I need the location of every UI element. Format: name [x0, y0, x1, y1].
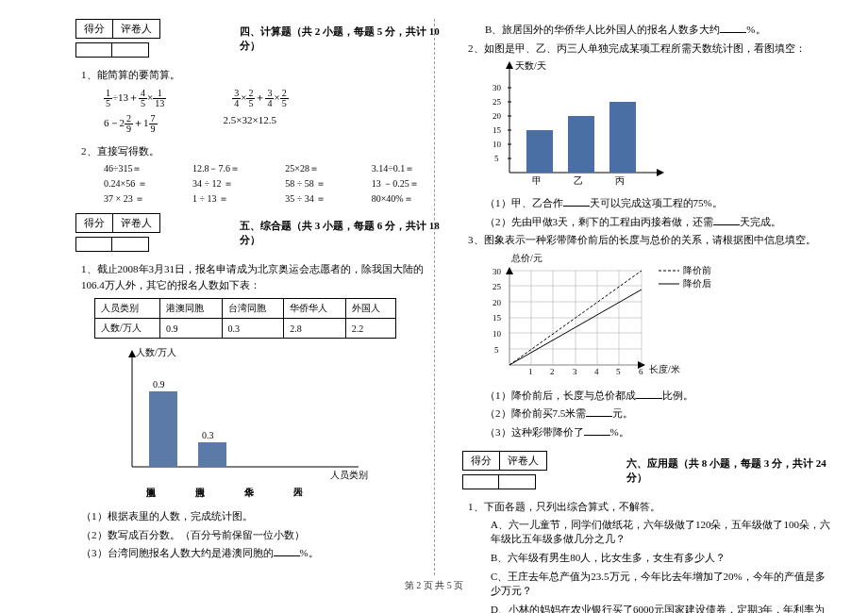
svg-marker-1: [128, 350, 136, 357]
svg-marker-12: [506, 61, 513, 69]
column-divider: [434, 19, 435, 575]
s6-q1: 1、下面各题，只列出综合算式，不解答。: [468, 499, 830, 515]
svg-rect-28: [526, 130, 553, 173]
svg-text:0.9: 0.9: [153, 379, 165, 389]
s5-sub2: （2）数写成百分数。（百分号前保留一位小数）: [81, 527, 443, 543]
svg-text:乙: 乙: [574, 175, 583, 186]
s5-q3s2: （2）降价前买7.5米需元。: [485, 406, 830, 422]
s5-q2: 2、如图是甲、乙、丙三人单独完成某项工程所需天数统计图，看图填空：: [468, 41, 830, 57]
svg-text:25: 25: [492, 97, 502, 107]
svg-text:丙: 丙: [615, 175, 625, 186]
section-6-header: 得分 评卷人 六、应用题（共 8 小题，每题 3 分，共计 24 分）: [462, 451, 830, 493]
s5-rightB: B、旅居国外的华侨华人比外国人的报名人数多大约%。: [485, 22, 830, 38]
s5-sub3: （3）台湾同胞报名人数大约是港澳同胞的%。: [81, 545, 443, 561]
svg-text:10: 10: [492, 140, 502, 149]
s5-q3s1: （1）降价前后，长度与总价都成比例。: [485, 388, 830, 404]
svg-text:长度/米: 长度/米: [649, 364, 680, 374]
table-row: 人数/万人 0.9 0.3 2.8 2.2: [95, 319, 396, 339]
svg-text:降价前: 降价前: [683, 265, 711, 275]
section-4-title: 四、计算题（共 2 小题，每题 5 分，共计 10 分）: [240, 19, 443, 53]
score-box-4-blank: [75, 42, 149, 58]
svg-text:华侨华人: 华侨华人: [244, 488, 254, 498]
expr-1a: 15÷13＋45×113: [104, 89, 166, 108]
svg-rect-5: [198, 442, 226, 467]
expr-1b: 34×25＋34×25: [232, 89, 288, 108]
chart1-xlabel: 人员类别: [330, 470, 368, 480]
svg-text:6: 6: [639, 367, 643, 376]
svg-text:0.3: 0.3: [202, 430, 214, 440]
s5-sub1: （1）根据表里的人数，完成统计图。: [81, 508, 443, 524]
svg-text:甲: 甲: [532, 175, 542, 186]
svg-text:2: 2: [550, 367, 555, 376]
left-column: 得分 评卷人 四、计算题（共 2 小题，每题 5 分，共计 10 分） 1、能简…: [75, 19, 443, 566]
svg-text:30: 30: [492, 267, 502, 276]
chart-1: 人数/万人 人员类别 0.9 0.3 港澳同胞 台湾同胞 华侨华人 外国人: [94, 344, 377, 505]
expr-2a: 6－229＋179: [104, 114, 158, 134]
svg-text:15: 15: [492, 125, 502, 135]
section-6-title: 六、应用题（共 8 小题，每题 3 分，共计 24 分）: [626, 451, 830, 485]
svg-text:15: 15: [492, 313, 502, 323]
svg-text:5: 5: [616, 367, 621, 376]
svg-text:20: 20: [492, 111, 502, 121]
s6-qA: A、六一儿童节，同学们做纸花，六年级做了120朵，五年级做了100朵，六年级比五…: [491, 518, 830, 546]
s5-q1: 1、截止2008年3月31日，报名申请成为北京奥运会志愿者的，除我国大陆的106…: [81, 261, 443, 292]
expr-row-1: 15÷13＋45×113 34×25＋34×25: [104, 89, 443, 108]
svg-text:外国人: 外国人: [293, 488, 303, 497]
chart-3: 总价/元 5 10 15 20 25: [481, 252, 736, 384]
svg-text:港澳同胞: 港澳同胞: [146, 488, 156, 498]
calc-grid: 46÷315＝ 12.8－7.6＝ 25×28＝ 3.14÷0.1＝ 0.24×…: [104, 162, 443, 206]
svg-rect-30: [609, 102, 636, 173]
svg-text:20: 20: [492, 298, 502, 307]
table-row: 人员类别 港澳同胞 台湾同胞 华侨华人 外国人: [95, 299, 396, 319]
svg-text:5: 5: [494, 345, 499, 355]
svg-text:总价/元: 总价/元: [510, 253, 542, 263]
expr-2b: 2.5×32×12.5: [224, 114, 276, 134]
score-box-5-blank: [75, 237, 149, 252]
section-5-title: 五、综合题（共 3 小题，每题 6 分，共计 18 分）: [240, 213, 443, 247]
score-box-6-blank: [462, 474, 536, 489]
grader-label: 评卷人: [113, 20, 159, 38]
svg-text:10: 10: [492, 329, 502, 339]
svg-text:30: 30: [492, 83, 502, 92]
svg-text:降价后: 降价后: [683, 278, 711, 289]
blank[interactable]: [636, 389, 662, 399]
s6-qC: C、王庄去年总产值为23.5万元，今年比去年增加了20%，今年的产值是多少万元？: [491, 570, 830, 598]
chart1-ylabel: 人数/万人: [136, 347, 176, 357]
score-box-6: 得分 评卷人: [462, 451, 547, 471]
blank[interactable]: [274, 546, 300, 556]
score-box-5: 得分 评卷人: [75, 213, 160, 233]
blank[interactable]: [720, 23, 746, 33]
svg-rect-3: [149, 391, 177, 467]
svg-text:4: 4: [594, 367, 599, 376]
s4-q1: 1、能简算的要简算。: [81, 67, 443, 83]
svg-text:1: 1: [528, 367, 533, 376]
svg-text:天数/天: 天数/天: [515, 60, 546, 71]
chart-2: 天数/天 5 10 15 20 25 30 甲 乙 丙: [481, 59, 670, 191]
score-label: 得分: [76, 20, 113, 38]
svg-text:25: 25: [492, 282, 502, 291]
svg-text:5: 5: [494, 154, 499, 163]
section-5-header: 得分 评卷人 五、综合题（共 3 小题，每题 6 分，共计 18 分）: [75, 213, 443, 256]
blank[interactable]: [563, 196, 590, 207]
svg-marker-14: [657, 169, 664, 176]
right-column: B、旅居国外的华侨华人比外国人的报名人数多大约%。 2、如图是甲、乙、丙三人单独…: [462, 19, 830, 566]
blank[interactable]: [713, 215, 740, 225]
svg-rect-29: [568, 116, 594, 173]
blank[interactable]: [586, 406, 612, 417]
s6-qD: D、小林的妈妈在农业银行买了6000元国家建设债券，定期3年，年利率为2.89%…: [491, 603, 830, 614]
s5-q2s2: （2）先由甲做3天，剩下的工程由丙接着做，还需天完成。: [485, 214, 830, 230]
s6-qB: B、六年级有男生80人，比女生多，女生有多少人？: [491, 551, 830, 565]
score-box-4: 得分 评卷人: [75, 19, 160, 39]
svg-text:台湾同胞: 台湾同胞: [195, 488, 205, 498]
expr-row-2: 6－229＋179 2.5×32×12.5: [104, 114, 443, 134]
section-4-header: 得分 评卷人 四、计算题（共 2 小题，每题 5 分，共计 10 分）: [75, 19, 443, 61]
s5-q3s3: （3）这种彩带降价了%。: [485, 424, 830, 440]
s5-q2s1: （1）甲、乙合作天可以完成这项工程的75%。: [485, 195, 830, 211]
data-table: 人员类别 港澳同胞 台湾同胞 华侨华人 外国人 人数/万人 0.9 0.3 2.…: [94, 298, 396, 339]
s5-q3: 3、图象表示一种彩带降价前后的长度与总价的关系，请根据图中信息填空。: [468, 232, 830, 248]
svg-text:3: 3: [573, 367, 577, 376]
blank[interactable]: [584, 425, 610, 436]
s4-q2: 2、直接写得数。: [81, 143, 443, 159]
